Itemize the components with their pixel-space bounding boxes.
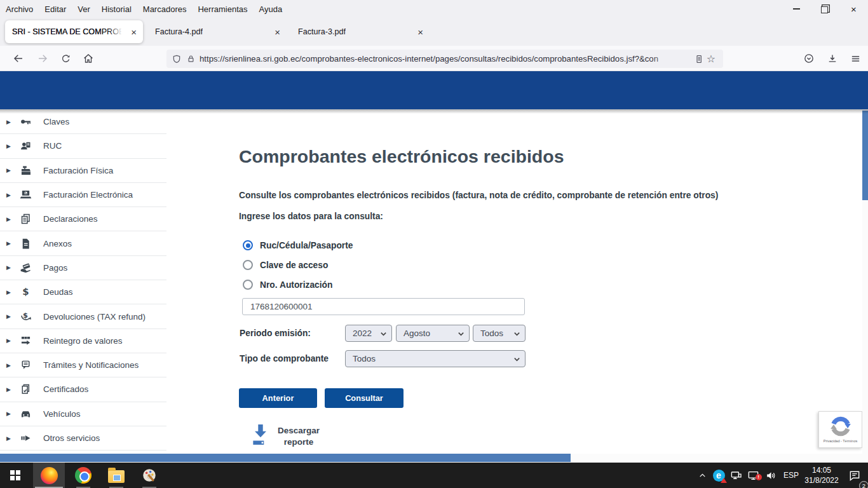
radio-option-ruc[interactable]: Ruc/Cédula/Pasaporte	[243, 239, 353, 252]
expand-caret-icon[interactable]: ▶	[6, 240, 17, 247]
back-icon[interactable]	[9, 50, 28, 67]
minimize-button[interactable]	[782, 0, 811, 18]
expand-caret-icon[interactable]: ▶	[6, 289, 17, 295]
menu-item[interactable]: Ayuda	[253, 4, 288, 14]
sidebar-item[interactable]: ▶ Facturación Electrónica	[0, 183, 166, 207]
pocket-icon[interactable]	[799, 50, 818, 67]
tray-eset-icon[interactable]: e	[711, 463, 726, 488]
reader-mode-icon[interactable]	[694, 54, 704, 64]
tab-close-icon[interactable]: ×	[126, 27, 142, 37]
taskbar-paint-icon[interactable]	[133, 463, 165, 488]
radio-option-autorizacion[interactable]: Nro. Autorización	[243, 278, 332, 291]
radio-icon[interactable]	[243, 260, 253, 270]
close-button[interactable]: ×	[839, 0, 868, 18]
expand-caret-icon[interactable]: ▶	[6, 362, 17, 369]
expand-caret-icon[interactable]: ▶	[6, 410, 17, 417]
expand-caret-icon[interactable]: ▶	[6, 167, 17, 173]
menu-item[interactable]: Marcadores	[137, 4, 193, 14]
tray-language[interactable]: ESP	[780, 463, 802, 488]
expand-caret-icon[interactable]: ▶	[6, 192, 17, 198]
sidebar-item-icon	[19, 212, 32, 226]
sidebar-item[interactable]: ▶ Facturación Física	[0, 159, 166, 183]
menu-item[interactable]: Ver	[72, 4, 96, 14]
bookmark-star-icon[interactable]: ☆	[704, 53, 718, 65]
sidebar-item[interactable]: ▶ Pagos	[0, 256, 166, 280]
type-select[interactable]: Todos	[345, 350, 526, 367]
consultar-button[interactable]: Consultar	[325, 388, 403, 408]
expand-caret-icon[interactable]: ▶	[6, 264, 17, 271]
sidebar-item-icon	[19, 310, 32, 323]
sidebar-item[interactable]: ▶ RUC	[0, 134, 166, 158]
sidebar-item[interactable]: ▶ Devoluciones (TAX refund)	[0, 304, 166, 329]
taskbar-firefox-icon[interactable]	[33, 463, 65, 488]
vertical-scrollbar[interactable]	[862, 109, 868, 463]
ruc-input[interactable]	[242, 298, 525, 315]
start-button[interactable]	[0, 463, 31, 488]
sidebar-item[interactable]: ▶ Certificados	[0, 377, 166, 402]
url-bar[interactable]: https://srienlinea.sri.gob.ec/comprobant…	[166, 50, 723, 68]
taskbar-chrome-icon[interactable]	[67, 463, 99, 488]
horizontal-scrollbar[interactable]	[0, 454, 868, 462]
anterior-button[interactable]: Anterior	[239, 388, 317, 408]
lock-icon[interactable]	[186, 54, 196, 64]
sidebar-item-label: Vehículos	[43, 409, 81, 419]
menu-item[interactable]: Historial	[96, 4, 137, 14]
sidebar-item[interactable]: ▶ Reintegro de valores	[0, 329, 166, 353]
recaptcha-badge[interactable]: Privacidad - Términos	[818, 411, 862, 448]
expand-caret-icon[interactable]: ▶	[6, 313, 17, 320]
expand-caret-icon[interactable]: ▶	[6, 119, 17, 125]
url-text[interactable]: https://srienlinea.sri.gob.ec/comprobant…	[200, 54, 694, 64]
notification-count-badge: 2	[859, 481, 868, 488]
sidebar-item[interactable]: ▶ Otros servicios	[0, 426, 166, 451]
radio-option-clave[interactable]: Clave de acceso	[243, 259, 328, 271]
menu-item[interactable]: Editar	[39, 4, 72, 14]
downloads-icon[interactable]	[823, 50, 842, 67]
period-year-select[interactable]: 2022	[345, 325, 392, 342]
sidebar-item-icon	[19, 407, 32, 421]
menu-item[interactable]: Archivo	[0, 4, 39, 14]
type-label: Tipo de comprobante	[240, 354, 329, 363]
sidebar-item[interactable]: ▶ Claves	[0, 110, 166, 134]
tab-factura3[interactable]: Factura-3.pdf ×	[291, 20, 430, 43]
forward-icon[interactable]	[33, 50, 52, 67]
sidebar-item[interactable]: ▶ Vehículos	[0, 402, 166, 426]
tab-close-icon[interactable]: ×	[412, 27, 428, 37]
recaptcha-terms[interactable]: Privacidad - Términos	[824, 439, 857, 443]
radio-icon[interactable]	[243, 280, 253, 290]
download-report-link[interactable]: Descargar reporte	[252, 423, 322, 448]
menu-item[interactable]: Herramientas	[192, 4, 253, 14]
expand-caret-icon[interactable]: ▶	[6, 435, 17, 442]
tab-sri[interactable]: SRI - SISTEMA DE COMPROBANTES SRI - SIST…	[5, 20, 143, 43]
expand-caret-icon[interactable]: ▶	[6, 143, 17, 149]
sidebar-item[interactable]: ▶ Anexos	[0, 231, 166, 255]
tray-volume-icon[interactable]	[763, 463, 779, 488]
expand-caret-icon[interactable]: ▶	[6, 386, 17, 393]
horizontal-scroll-thumb[interactable]	[0, 454, 571, 462]
reload-icon[interactable]	[56, 50, 75, 67]
vertical-scroll-thumb[interactable]	[862, 111, 868, 200]
period-day-select[interactable]: Todos	[473, 325, 526, 342]
shield-icon[interactable]	[172, 54, 182, 64]
tray-clock[interactable]: 14:05 31/8/2022	[802, 463, 841, 488]
radio-icon[interactable]	[243, 240, 253, 250]
tab-factura4[interactable]: Factura-4.pdf ×	[148, 20, 287, 43]
tray-network-icon[interactable]	[728, 463, 743, 488]
page-description: Consulte los comprobantes electrónicos r…	[239, 191, 718, 200]
chevron-down-icon	[380, 330, 387, 337]
period-month-select[interactable]: Agosto	[396, 325, 470, 342]
tray-chevron-icon[interactable]	[695, 463, 709, 488]
app-menu-icon[interactable]	[846, 50, 865, 67]
browser-menubar: ArchivoEditarVerHistorialMarcadoresHerra…	[0, 0, 868, 18]
home-icon[interactable]	[79, 50, 98, 67]
expand-caret-icon[interactable]: ▶	[6, 216, 17, 222]
tab-close-icon[interactable]: ×	[269, 27, 285, 37]
taskbar-explorer-icon[interactable]	[100, 463, 132, 488]
expand-caret-icon[interactable]: ▶	[6, 337, 17, 344]
sidebar-item[interactable]: ▶ Declaraciones	[0, 207, 166, 231]
sidebar-item[interactable]: ▶ Deudas	[0, 280, 166, 304]
sidebar-item[interactable]: ▶ Trámites y Notificaciones	[0, 353, 166, 377]
notification-center-icon[interactable]: 2	[845, 463, 864, 488]
tray-display-alert-icon[interactable]: !	[745, 463, 761, 488]
sidebar-item-label: Pagos	[43, 263, 67, 273]
restore-button[interactable]	[811, 0, 839, 18]
